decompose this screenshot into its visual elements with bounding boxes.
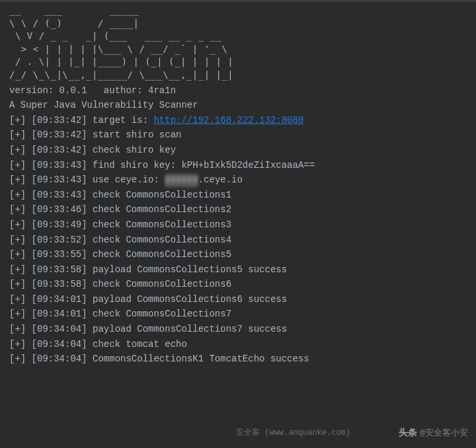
log-line: [+] [09:33:43] use ceye.io: xxxxxx.ceye.… <box>9 174 467 187</box>
log-timestamp: [09:34:04] <box>32 354 93 364</box>
log-line: [+] [09:34:01] payload CommonsCollection… <box>9 293 467 307</box>
log-timestamp: [09:33:58] <box>32 279 93 289</box>
log-message: payload CommonsCollections7 success <box>93 324 287 334</box>
log-message: start shiro scan <box>93 130 181 140</box>
log-prefix: [+] <box>9 219 32 230</box>
log-timestamp: [09:33:52] <box>32 235 93 245</box>
log-timestamp: [09:33:42] <box>32 130 93 140</box>
log-prefix: [+] <box>9 190 32 200</box>
log-prefix: [+] <box>9 249 32 260</box>
log-message: check CommonsCollections2 <box>93 204 231 215</box>
log-line: [+] [09:33:58] check CommonsCollections6 <box>9 278 467 291</box>
log-prefix: [+] <box>9 235 32 245</box>
log-line: [+] [09:34:04] CommonsCollectionsK1 Tomc… <box>9 353 467 366</box>
ascii-banner: __ ___ _____ \ \ / (_) / ____| \ V / _ _… <box>9 4 467 82</box>
log-line: [+] [09:33:49] check CommonsCollections3 <box>9 219 467 232</box>
log-timestamp: [09:33:55] <box>32 249 93 260</box>
log-message: CommonsCollectionsK1 TomcatEcho success <box>93 354 309 364</box>
watermark-toutiao: 头条 @安全客小安 <box>399 427 468 440</box>
log-prefix: [+] <box>9 324 32 334</box>
log-line: [+] [09:33:52] check CommonsCollections4 <box>9 234 467 247</box>
log-message: payload CommonsCollections5 success <box>93 264 287 275</box>
log-timestamp: [09:33:42] <box>32 145 93 155</box>
window-header-bar <box>0 0 476 2</box>
log-message: check CommonsCollections3 <box>93 219 231 230</box>
log-prefix: [+] <box>9 279 32 289</box>
subtitle-line: A Super Java Vulnerability Scanner <box>9 99 467 112</box>
log-prefix: [+] <box>9 130 32 140</box>
log-timestamp: [09:33:46] <box>32 204 93 215</box>
log-prefix: [+] <box>9 264 32 275</box>
log-prefix: [+] <box>9 174 32 185</box>
log-message: use ceye.io: <box>93 174 165 185</box>
log-line: [+] [09:33:43] find shiro key: kPH+bIxk5… <box>9 159 467 172</box>
log-message: check CommonsCollections4 <box>93 235 231 245</box>
log-line: [+] [09:33:43] check CommonsCollections1 <box>9 189 467 202</box>
watermark-username: @安全客小安 <box>420 428 468 439</box>
log-message: payload CommonsCollections6 success <box>93 294 287 305</box>
target-link[interactable]: http://192.168.222.132:8080 <box>153 115 303 126</box>
log-prefix: [+] <box>9 204 32 215</box>
log-line: [+] [09:33:46] check CommonsCollections2 <box>9 204 467 217</box>
toutiao-icon: 头条 <box>399 427 417 440</box>
log-timestamp: [09:33:43] <box>32 190 93 200</box>
log-timestamp: [09:34:04] <box>32 339 93 350</box>
log-line: [+] [09:33:42] start shiro scan <box>9 129 467 142</box>
watermark-source: 安全客 (www.anquanke.com) <box>236 428 350 439</box>
log-timestamp: [09:34:04] <box>32 324 93 334</box>
log-line: [+] [09:33:58] payload CommonsCollection… <box>9 264 467 277</box>
log-line: [+] [09:34:04] check tomcat echo <box>9 338 467 352</box>
log-prefix: [+] <box>9 354 32 364</box>
log-prefix: [+] <box>9 339 32 350</box>
log-timestamp: [09:33:49] <box>32 219 93 230</box>
log-line: [+] [09:33:42] target is: http://192.168… <box>9 114 467 128</box>
log-timestamp: [09:33:43] <box>32 174 93 185</box>
log-message: check CommonsCollections6 <box>93 279 231 289</box>
log-message: check CommonsCollections5 <box>93 249 231 260</box>
log-prefix: [+] <box>9 294 32 305</box>
log-timestamp: [09:34:01] <box>32 309 93 319</box>
log-line: [+] [09:33:42] check shiro key <box>9 144 467 157</box>
log-output: [+] [09:33:42] target is: http://192.168… <box>9 114 467 366</box>
log-prefix: [+] <box>9 115 32 126</box>
log-message: target is: <box>93 115 153 126</box>
log-message: .ceye.io <box>198 174 243 185</box>
log-line: [+] [09:34:01] check CommonsCollections7 <box>9 308 467 321</box>
redacted-text: xxxxxx <box>165 174 198 187</box>
log-message: check tomcat echo <box>93 339 187 350</box>
log-message: find shiro key: kPH+bIxk5D2deZiIxcaaaA== <box>93 160 315 170</box>
log-message: check CommonsCollections7 <box>93 309 231 319</box>
log-message: check CommonsCollections1 <box>93 190 231 200</box>
log-prefix: [+] <box>9 160 32 170</box>
log-message: check shiro key <box>93 145 176 155</box>
log-timestamp: [09:33:43] <box>32 160 93 170</box>
version-line: version: 0.0.1 author: 4ra1n <box>9 85 467 98</box>
log-line: [+] [09:34:04] payload CommonsCollection… <box>9 323 467 336</box>
log-timestamp: [09:33:58] <box>32 264 93 275</box>
log-prefix: [+] <box>9 145 32 155</box>
log-line: [+] [09:33:55] check CommonsCollections5 <box>9 248 467 262</box>
log-timestamp: [09:33:42] <box>32 115 93 126</box>
log-timestamp: [09:34:01] <box>32 294 93 305</box>
log-prefix: [+] <box>9 309 32 319</box>
